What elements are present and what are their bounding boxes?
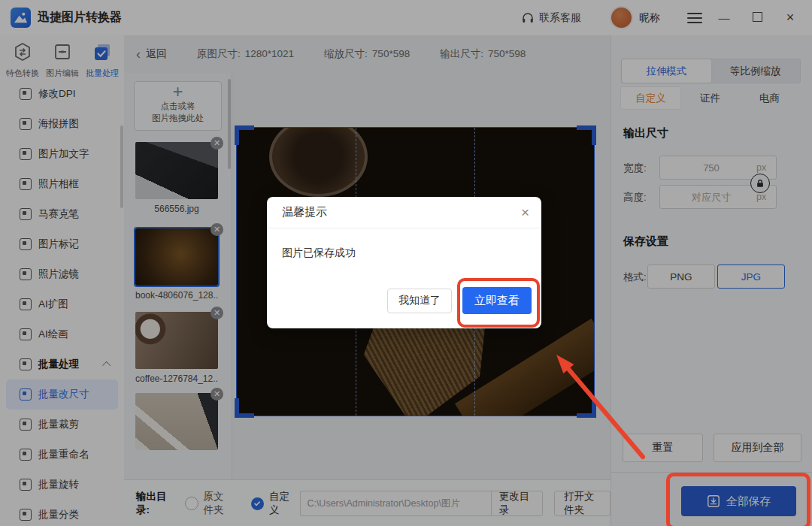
dialog-title: 温馨提示 <box>282 205 327 219</box>
dialog-message: 图片已保存成功 <box>282 246 541 260</box>
app-window: 迅捷图片转换器 联系客服 昵称 — × <box>0 0 812 526</box>
dialog-ok-button[interactable]: 我知道了 <box>387 289 452 313</box>
dialog-close-icon[interactable]: × <box>521 205 529 219</box>
dialog-view-now-button[interactable]: 立即查看 <box>462 287 532 314</box>
dialog-header: 温馨提示 × <box>267 197 541 228</box>
save-success-dialog: 温馨提示 × 图片已保存成功 我知道了 立即查看 <box>267 197 541 328</box>
